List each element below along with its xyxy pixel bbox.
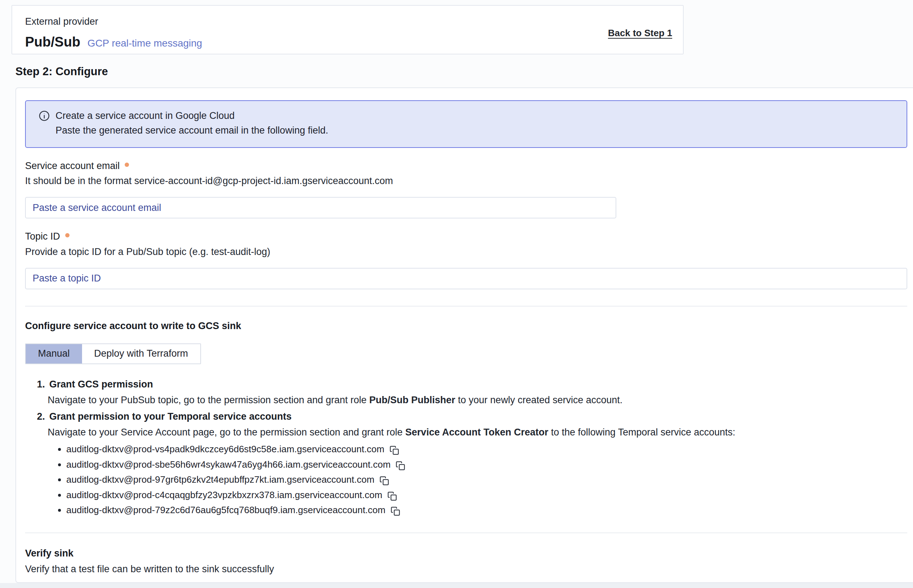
copy-icon[interactable] <box>390 446 399 455</box>
service-account-item: auditlog-dktxv@prod-97gr6tp6zkv2t4epubff… <box>66 474 907 486</box>
copy-icon[interactable] <box>396 461 405 470</box>
topic-id-helper: Provide a topic ID for a Pub/Sub topic (… <box>25 246 907 258</box>
configure-section-heading: Configure service account to write to GC… <box>25 320 907 332</box>
service-account-email: auditlog-dktxv@prod-79z2c6d76au6g5fcq768… <box>66 504 385 516</box>
step-body-text: to the following Temporal service accoun… <box>548 427 735 438</box>
info-banner-title: Create a service account in Google Cloud <box>55 110 235 122</box>
service-account-email-helper: It should be in the format service-accou… <box>25 175 907 187</box>
step-body: Navigate to your Service Account page, g… <box>48 426 907 439</box>
info-circle-icon <box>39 110 50 121</box>
instruction-steps: 1. Grant GCS permission Navigate to your… <box>37 378 907 516</box>
info-banner-body: Paste the generated service account emai… <box>55 124 896 137</box>
topic-id-input[interactable] <box>25 268 907 289</box>
verify-sink-helper: Verify that a test file can be written t… <box>25 563 907 575</box>
service-account-item: auditlog-dktxv@prod-c4cqaqgbfzy23vpzkbxz… <box>66 489 907 501</box>
service-account-email-field-group: Service account email It should be in th… <box>25 160 907 219</box>
topic-id-field-group: Topic ID Provide a topic ID for a Pub/Su… <box>25 231 907 289</box>
verify-sink-heading: Verify sink <box>25 548 907 560</box>
step-number: 2. <box>37 411 45 423</box>
service-account-email: auditlog-dktxv@prod-sbe56h6wr4sykaw47a6y… <box>66 459 390 470</box>
required-dot <box>125 163 129 167</box>
deploy-method-tabs: Manual Deploy with Terraform <box>25 343 201 364</box>
step-body-text: Navigate to your PubSub topic, go to the… <box>48 395 369 405</box>
copy-icon[interactable] <box>387 491 397 501</box>
service-account-item: auditlog-dktxv@prod-vs4padk9dkczcey6d6st… <box>66 443 907 455</box>
service-account-email: auditlog-dktxv@prod-c4cqaqgbfzy23vpzkbxz… <box>66 489 382 501</box>
step-body: Navigate to your PubSub topic, go to the… <box>48 394 907 406</box>
provider-tagline: GCP real-time messaging <box>87 37 202 49</box>
step-grant-temporal-permission: 2. Grant permission to your Temporal ser… <box>37 411 907 516</box>
tab-manual[interactable]: Manual <box>26 344 82 363</box>
service-account-list: auditlog-dktxv@prod-vs4padk9dkczcey6d6st… <box>66 443 907 516</box>
copy-icon[interactable] <box>379 476 389 486</box>
provider-name: Pub/Sub <box>25 34 80 51</box>
topic-id-label: Topic ID <box>25 231 60 243</box>
info-banner: Create a service account in Google Cloud… <box>25 100 907 148</box>
service-account-email-input[interactable] <box>25 197 616 218</box>
step-body-text: Navigate to your Service Account page, g… <box>48 427 405 438</box>
service-account-email: auditlog-dktxv@prod-97gr6tp6zkv2t4epubff… <box>66 474 374 486</box>
step-title: Grant GCS permission <box>49 378 153 391</box>
step-number: 1. <box>37 378 45 391</box>
page-bottom-strip <box>0 583 913 588</box>
step-title: Grant permission to your Temporal servic… <box>49 411 292 423</box>
provider-info: External provider Pub/Sub GCP real-time … <box>25 16 202 54</box>
divider <box>25 306 907 307</box>
provider-card: External provider Pub/Sub GCP real-time … <box>11 5 684 55</box>
divider <box>25 533 907 533</box>
step-body-text: to your newly created service account. <box>455 395 623 405</box>
back-to-step-1-link[interactable]: Back to Step 1 <box>608 27 672 54</box>
tab-deploy-with-terraform[interactable]: Deploy with Terraform <box>82 344 200 363</box>
configure-card: Create a service account in Google Cloud… <box>15 87 913 583</box>
service-account-item: auditlog-dktxv@prod-79z2c6d76au6g5fcq768… <box>66 504 907 516</box>
step-grant-gcs-permission: 1. Grant GCS permission Navigate to your… <box>37 378 907 406</box>
required-dot <box>65 233 70 237</box>
service-account-item: auditlog-dktxv@prod-sbe56h6wr4sykaw47a6y… <box>66 459 907 470</box>
role-name: Pub/Sub Publisher <box>369 395 455 405</box>
role-name: Service Account Token Creator <box>405 427 548 438</box>
provider-eyebrow: External provider <box>25 16 202 28</box>
service-account-email: auditlog-dktxv@prod-vs4padk9dkczcey6d6st… <box>66 443 384 455</box>
page-title: Step 2: Configure <box>15 65 108 79</box>
service-account-email-label: Service account email <box>25 160 120 172</box>
copy-icon[interactable] <box>390 506 400 516</box>
